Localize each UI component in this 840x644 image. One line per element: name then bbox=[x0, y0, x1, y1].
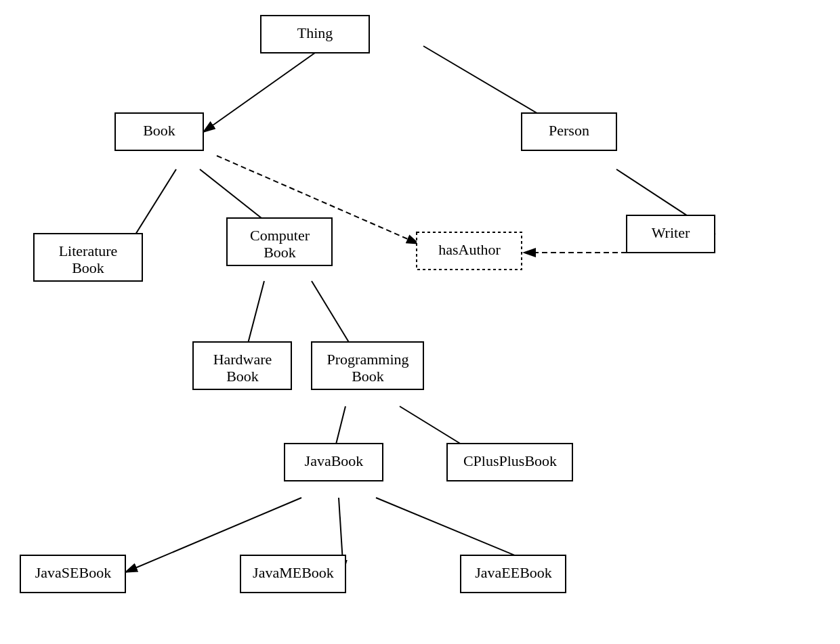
javaEEbook-label: JavaEEBook bbox=[475, 564, 552, 581]
computer-book-label: Computer bbox=[250, 227, 310, 244]
hardware-book-label2: Book bbox=[226, 368, 259, 385]
javabook-label: JavaBook bbox=[305, 452, 364, 469]
hardware-book-label: Hardware bbox=[213, 351, 272, 368]
person-label: Person bbox=[549, 122, 589, 139]
writer-label: Writer bbox=[652, 224, 690, 241]
programming-book-label: Programming bbox=[327, 351, 409, 368]
computer-book-label2: Book bbox=[264, 244, 296, 261]
cplusplusbook-label: CPlusPlusBook bbox=[463, 452, 557, 469]
javaSEbook-label: JavaSEBook bbox=[35, 564, 111, 581]
book-label: Book bbox=[143, 122, 175, 139]
literature-book-label: Literature bbox=[59, 242, 118, 259]
programming-book-label2: Book bbox=[352, 368, 384, 385]
javaMEbook-label: JavaMEBook bbox=[253, 564, 334, 581]
thing-label: Thing bbox=[297, 24, 333, 41]
hasauthor-label: hasAuthor bbox=[438, 241, 501, 258]
thing-to-book-arrow bbox=[203, 53, 315, 132]
literature-book-label2: Book bbox=[72, 259, 104, 276]
